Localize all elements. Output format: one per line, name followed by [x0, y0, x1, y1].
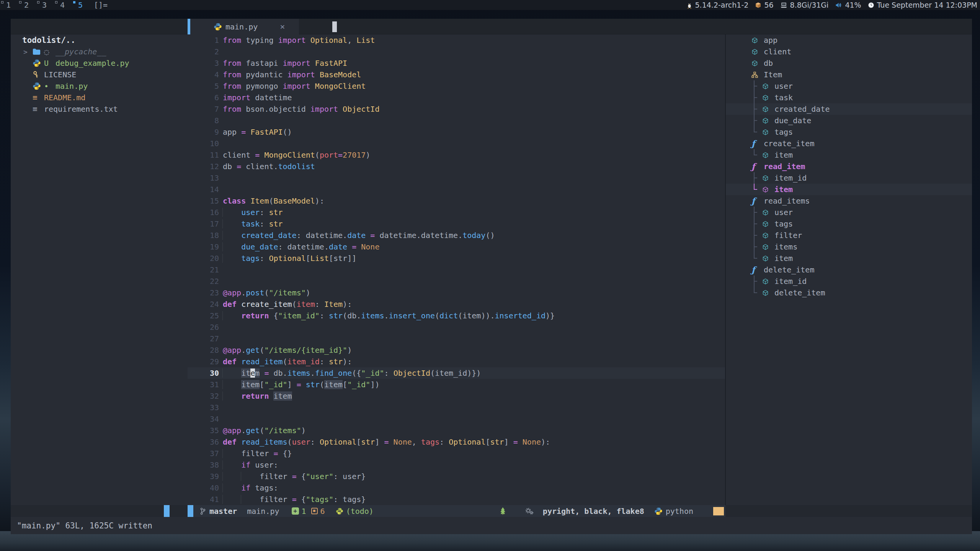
- outline-item-client[interactable]: client: [726, 46, 972, 57]
- gears-icon: [525, 507, 534, 515]
- workspace-tags: 12345: [0, 0, 90, 10]
- code-line-30[interactable]: 30 item = db.items.find_one({"_id": Obje…: [188, 367, 725, 379]
- code-text: due_date: datetime.date = None: [223, 241, 379, 253]
- code-line-21[interactable]: 21: [188, 264, 725, 276]
- system-status: 5.14.2-arch1-2568.8Gi/31Gi41%Tue Septemb…: [680, 0, 980, 10]
- code-line-9[interactable]: 9app = FastAPI(): [188, 126, 725, 138]
- desktop: { "colors":{"accent_blue":"#61afef","gre…: [0, 0, 980, 551]
- code-line-8[interactable]: 8: [188, 115, 725, 126]
- chevron-collapsed-icon[interactable]: >: [23, 48, 33, 56]
- outline-item-db[interactable]: db: [726, 57, 972, 69]
- linters-list: pyright, black, flake8: [543, 507, 644, 516]
- code-line-40[interactable]: 40 if tags:: [188, 482, 725, 494]
- workspace-tag-4[interactable]: 4: [54, 0, 72, 10]
- outline-item-Item[interactable]: Item: [726, 69, 972, 80]
- code-line-13[interactable]: 13: [188, 172, 725, 184]
- code-line-19[interactable]: 19 due_date: datetime.date = None: [188, 241, 725, 253]
- tab-main-py[interactable]: main.py ×: [188, 19, 299, 34]
- workspace-tag-5[interactable]: 5: [72, 0, 90, 10]
- variable-icon: [762, 152, 770, 158]
- code-line-4[interactable]: 4from pydantic import BaseModel: [188, 69, 725, 80]
- code-line-28[interactable]: 28@app.get("/items/{item_id}"): [188, 344, 725, 356]
- code-line-10[interactable]: 10: [188, 138, 725, 149]
- outline-item-item_id[interactable]: item_id: [726, 276, 972, 287]
- code-line-11[interactable]: 11client = MongoClient(port=27017): [188, 149, 725, 161]
- code-line-29[interactable]: 29def read_item(item_id: str):: [188, 356, 725, 367]
- line-number: 28: [188, 344, 219, 356]
- code-line-12[interactable]: 12db = client.todolist: [188, 161, 725, 172]
- code-line-18[interactable]: 18 created_date: datetime.date = datetim…: [188, 230, 725, 241]
- file-tree-item-readme-md[interactable]: ≡README.md: [11, 92, 188, 103]
- file-tree-item-debug-example-py[interactable]: Udebug_example.py: [11, 57, 188, 69]
- code-line-41[interactable]: 41 filter = {"tags": tags}: [188, 494, 725, 505]
- outline-item-item[interactable]: item: [726, 253, 972, 264]
- outline-item-delete_item[interactable]: ƒdelete_item: [726, 264, 972, 276]
- code-line-24[interactable]: 24def create_item(item: Item):: [188, 298, 725, 310]
- file-tree-root[interactable]: todolist/..: [11, 34, 188, 46]
- code-line-14[interactable]: 14: [188, 184, 725, 195]
- code-line-3[interactable]: 3from fastapi import FastAPI: [188, 57, 725, 69]
- code-line-1[interactable]: 1from typing import Optional, List: [188, 34, 725, 46]
- outline-item-user[interactable]: user: [726, 207, 972, 218]
- code-line-23[interactable]: 23@app.post("/items"): [188, 287, 725, 298]
- code-line-17[interactable]: 17 task: str: [188, 218, 725, 230]
- code-line-5[interactable]: 5from pymongo import MongoClient: [188, 80, 725, 92]
- code-line-31[interactable]: 31 item["_id"] = str(item["_id"]): [188, 379, 725, 390]
- line-number: 38: [188, 459, 219, 471]
- code-line-36[interactable]: 36def read_items(user: Optional[str] = N…: [188, 436, 725, 448]
- filetype-label: python: [666, 507, 693, 516]
- code-line-34[interactable]: 34: [188, 413, 725, 425]
- status-laptop: 8.8Gi/31Gi: [780, 1, 829, 9]
- workspace-tag-1[interactable]: 1: [0, 0, 18, 10]
- code-editor[interactable]: 1from typing import Optional, List23from…: [188, 34, 725, 505]
- outline-item-item[interactable]: item: [726, 149, 972, 161]
- outline-item-user[interactable]: user: [726, 80, 972, 92]
- workspace-number: 2: [24, 0, 29, 10]
- outline-item-tags[interactable]: tags: [726, 218, 972, 230]
- code-line-7[interactable]: 7from bson.objectid import ObjectId: [188, 103, 725, 115]
- code-line-22[interactable]: 22: [188, 276, 725, 287]
- code-line-27[interactable]: 27: [188, 333, 725, 344]
- code-text: app = FastAPI(): [223, 126, 292, 138]
- outline-item-items[interactable]: items: [726, 241, 972, 253]
- file-tree-item-requirements-txt[interactable]: ≡requirements.txt: [11, 103, 188, 115]
- outline-item-due_date[interactable]: due_date: [726, 115, 972, 126]
- outline-item-filter[interactable]: filter: [726, 230, 972, 241]
- outline-item-tags[interactable]: tags: [726, 126, 972, 138]
- variable-icon: [762, 209, 770, 216]
- code-line-20[interactable]: 20 tags: Optional[List[str]]: [188, 253, 725, 264]
- code-line-38[interactable]: 38 if user:: [188, 459, 725, 471]
- code-line-35[interactable]: 35@app.get("/items"): [188, 425, 725, 436]
- code-line-32[interactable]: 32 return item: [188, 390, 725, 402]
- outline-item-create_item[interactable]: ƒcreate_item: [726, 138, 972, 149]
- code-line-6[interactable]: 6import datetime: [188, 92, 725, 103]
- outline-item-task[interactable]: task: [726, 92, 972, 103]
- workspace-tag-3[interactable]: 3: [36, 0, 54, 10]
- outline-item-read_items[interactable]: ƒread_items: [726, 195, 972, 207]
- file-tree-item-license[interactable]: LICENSE: [11, 69, 188, 80]
- code-line-25[interactable]: 25 return {"item_id": str(db.items.inser…: [188, 310, 725, 321]
- outline-item-item[interactable]: item: [726, 184, 972, 195]
- outline-item-read_item[interactable]: ƒread_item: [726, 161, 972, 172]
- outline-item-created_date[interactable]: created_date: [726, 103, 972, 115]
- code-line-2[interactable]: 2: [188, 46, 725, 57]
- code-line-33[interactable]: 33: [188, 402, 725, 413]
- file-tree-item--pycache-[interactable]: >◌__pycache__: [11, 46, 188, 57]
- outline-item-app[interactable]: app: [726, 34, 972, 46]
- close-icon[interactable]: ×: [280, 22, 285, 31]
- workspace-indicator-square: [19, 1, 21, 3]
- git-branch-name: master: [209, 507, 237, 516]
- layout-symbol[interactable]: []=: [94, 0, 108, 10]
- code-line-16[interactable]: 16 user: str: [188, 207, 725, 218]
- code-line-15[interactable]: 15class Item(BaseModel):: [188, 195, 725, 207]
- code-line-39[interactable]: 39 filter = {"user": user}: [188, 471, 725, 482]
- outline-item-item_id[interactable]: item_id: [726, 172, 972, 184]
- workspace-tag-2[interactable]: 2: [18, 0, 36, 10]
- file-tree-item-main-py[interactable]: •main.py: [11, 80, 188, 92]
- code-text: task: str: [223, 218, 283, 230]
- code-line-37[interactable]: 37 filter = {}: [188, 448, 725, 459]
- line-number: 30: [188, 367, 219, 379]
- symbol-name: delete_item: [774, 288, 825, 297]
- outline-item-delete_item[interactable]: delete_item: [726, 287, 972, 298]
- code-line-26[interactable]: 26: [188, 321, 725, 333]
